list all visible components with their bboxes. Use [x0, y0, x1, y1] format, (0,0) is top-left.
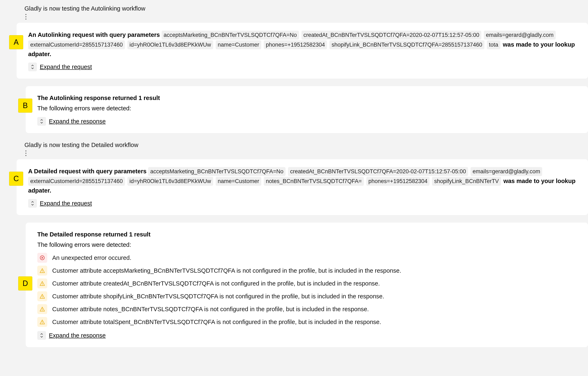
error-item: Customer attribute notes_BCnBNTerTVSLSQD…	[37, 304, 578, 314]
query-chip: acceptsMarketing_BCnBNTerTVSLSQDTCf7QFA=…	[162, 31, 299, 40]
badge-c: C	[9, 172, 23, 186]
query-chip: createdAt_BCnBNTerTVSLSQDTCf7QFA=2020-02…	[301, 31, 481, 40]
svg-point-12	[42, 297, 43, 298]
warning-icon	[37, 266, 47, 276]
response-sub: The following errors were detected:	[37, 240, 578, 249]
query-chip: name=Customer	[216, 177, 261, 186]
more-dots-icon	[4, 14, 588, 20]
error-message: An unexpected error occured.	[52, 253, 131, 262]
warning-icon	[37, 279, 47, 288]
query-chip: shopifyLink_BCnBNTerTV	[432, 177, 501, 186]
section-autolinking-label: Gladly is now testing the Autolinking wo…	[4, 4, 588, 14]
svg-point-2	[25, 19, 27, 20]
error-message: Customer attribute totalSpent_BCnBNTerTV…	[52, 318, 381, 326]
query-chip: name=Customer	[216, 40, 261, 49]
svg-point-14	[42, 310, 43, 311]
expand-toggle-icon[interactable]	[37, 331, 46, 340]
expand-toggle-icon[interactable]	[37, 117, 46, 126]
expand-response-link[interactable]: Expand the response	[49, 117, 106, 126]
autolink-request-card: An Autolinking request with query parame…	[17, 23, 588, 79]
svg-point-10	[42, 284, 43, 285]
expand-request-link[interactable]: Expand the request	[40, 199, 92, 208]
expand-response-link[interactable]: Expand the response	[49, 331, 106, 340]
section-detailed-label: Gladly is now testing the Detailed workf…	[4, 141, 588, 150]
svg-point-3	[25, 150, 27, 151]
more-dots-icon	[4, 150, 588, 156]
svg-point-8	[42, 272, 43, 272]
error-icon	[37, 253, 47, 263]
error-message: Customer attribute shopifyLink_BCnBNTerT…	[52, 292, 384, 301]
warning-icon	[37, 317, 47, 327]
response-sub: The following errors were detected:	[37, 104, 578, 113]
query-chip: notes_BCnBNTerTVSLSQDTCf7QFA=	[264, 177, 364, 186]
query-chip: createdAt_BCnBNTerTVSLSQDTCf7QFA=2020-02…	[288, 167, 468, 176]
detailed-response-card: The Detailed response returned 1 result …	[26, 223, 588, 347]
expand-request-link[interactable]: Expand the request	[40, 63, 92, 71]
query-chip: id=yhR0Ole1TL6v3d8EPKkWUw	[128, 177, 213, 186]
request-lead: An Autolinking request with query parame…	[28, 31, 160, 38]
query-chip: externalCustomerId=2855157137460	[28, 177, 125, 186]
svg-point-0	[25, 14, 27, 15]
request-lead: A Detailed request with query parameters	[28, 168, 147, 175]
query-chip: shopifyLink_BCnBNTerTVSLSQDTCf7QFA=28551…	[330, 40, 484, 49]
response-title: The Detailed response returned 1 result	[37, 230, 578, 239]
query-chip: emails=gerard@gladly.com	[484, 31, 556, 40]
autolink-response-card: The Autolinking response returned 1 resu…	[26, 86, 588, 133]
expand-toggle-icon[interactable]	[28, 199, 37, 208]
badge-d: D	[18, 276, 32, 291]
badge-b: B	[18, 99, 32, 113]
response-title: The Autolinking response returned 1 resu…	[37, 94, 578, 102]
query-chip: emails=gerard@gladly.com	[470, 167, 542, 176]
request-line: A Detailed request with query parameters…	[28, 167, 578, 195]
svg-point-1	[25, 16, 27, 17]
svg-point-5	[25, 155, 27, 156]
query-chip: phones=+19512582304	[366, 177, 429, 186]
detailed-request-card: A Detailed request with query parameters…	[17, 159, 588, 215]
warning-icon	[37, 291, 47, 301]
error-message: Customer attribute createdAt_BCnBNTerTVS…	[52, 279, 380, 288]
query-chip: phones=+19512582304	[264, 40, 327, 49]
badge-a: A	[9, 35, 23, 49]
expand-toggle-icon[interactable]	[28, 63, 37, 71]
error-item: Customer attribute shopifyLink_BCnBNTerT…	[37, 291, 578, 301]
error-list: An unexpected error occured.Customer att…	[37, 253, 578, 327]
error-item: Customer attribute createdAt_BCnBNTerTVS…	[37, 279, 578, 288]
error-item: Customer attribute totalSpent_BCnBNTerTV…	[37, 317, 578, 327]
query-chip: externalCustomerId=2855157137460	[28, 40, 125, 49]
svg-point-4	[25, 153, 27, 154]
query-chip: acceptsMarketing_BCnBNTerTVSLSQDTCf7QFA=…	[148, 167, 286, 176]
query-chip: tota	[487, 40, 500, 49]
query-chip: id=yhR0Ole1TL6v3d8EPKkWUw	[128, 40, 213, 49]
svg-point-16	[42, 323, 43, 324]
error-message: Customer attribute notes_BCnBNTerTVSLSQD…	[52, 305, 369, 313]
error-item: An unexpected error occured.	[37, 253, 578, 263]
error-item: Customer attribute acceptsMarketing_BCnB…	[37, 266, 578, 276]
request-line: An Autolinking request with query parame…	[28, 30, 578, 58]
warning-icon	[37, 304, 47, 314]
error-message: Customer attribute acceptsMarketing_BCnB…	[52, 266, 401, 275]
